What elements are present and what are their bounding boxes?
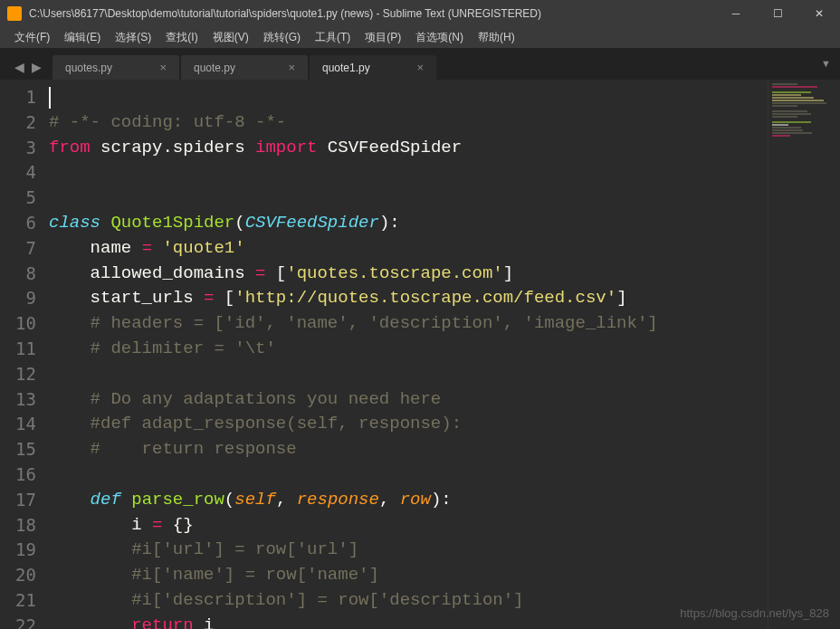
tab-quote1[interactable]: quote1.py × <box>310 55 436 80</box>
line-number[interactable]: 19 <box>0 538 36 563</box>
app-icon <box>7 6 22 21</box>
line-number[interactable]: 8 <box>0 262 36 287</box>
menu-bar: 文件(F) 编辑(E) 选择(S) 查找(I) 视图(V) 跳转(G) 工具(T… <box>0 27 840 49</box>
watermark-text: https://blog.csdn.net/lys_828 <box>680 606 829 620</box>
code-class: Quote1Spider <box>100 213 234 233</box>
line-number[interactable]: 2 <box>0 110 36 136</box>
minimap[interactable] <box>768 80 840 629</box>
minimap-viewport <box>772 83 836 138</box>
line-number[interactable]: 9 <box>0 286 36 311</box>
code-param: row <box>400 490 431 510</box>
close-icon[interactable]: × <box>416 61 424 74</box>
code-function: parse_row <box>121 490 224 510</box>
code-keyword: def <box>91 490 121 510</box>
code-inherit: CSVFeedSpider <box>245 213 379 233</box>
code-param: self <box>234 490 276 510</box>
minimize-button[interactable]: ─ <box>715 0 757 27</box>
line-number[interactable]: 22 <box>0 614 36 629</box>
code-keyword: class <box>49 213 100 233</box>
text-cursor <box>49 87 51 109</box>
menu-file[interactable]: 文件(F) <box>7 30 57 45</box>
code-keyword: import <box>255 138 317 157</box>
tab-quotes[interactable]: quotes.py × <box>52 55 179 80</box>
menu-tools[interactable]: 工具(T) <box>308 30 358 45</box>
close-button[interactable]: ✕ <box>798 0 840 27</box>
tab-menu-icon[interactable]: ▼ <box>821 58 831 69</box>
line-number[interactable]: 6 <box>0 211 36 236</box>
tab-nav-right-icon[interactable]: ▶ <box>28 60 45 74</box>
line-number[interactable]: 3 <box>0 136 36 161</box>
menu-project[interactable]: 项目(P) <box>358 30 408 45</box>
line-gutter: 1 2 3 4 5 6 7 8 9 10 11 12 13 14 15 16 1… <box>0 80 49 629</box>
line-number[interactable]: 20 <box>0 563 36 588</box>
tab-quote[interactable]: quote.py × <box>181 55 308 80</box>
close-icon[interactable]: × <box>288 61 295 74</box>
code-comment: # -*- coding: utf-8 -*- <box>49 112 286 132</box>
code-string: 'quotes.toscrape.com' <box>286 263 502 283</box>
line-number[interactable]: 7 <box>0 236 36 262</box>
line-number[interactable]: 13 <box>0 387 36 413</box>
code-string: 'quote1' <box>152 238 245 258</box>
code-comment: # Do any adaptations you need here <box>49 389 441 409</box>
tab-label: quote1.py <box>322 62 370 74</box>
menu-view[interactable]: 视图(V) <box>205 30 256 45</box>
tab-nav-left-icon[interactable]: ◀ <box>11 60 28 74</box>
tab-bar: ◀ ▶ quotes.py × quote.py × quote1.py × ▼ <box>0 49 840 80</box>
code-comment: #i['description'] = row['description'] <box>49 590 524 610</box>
close-icon[interactable]: × <box>159 61 167 74</box>
tab-label: quotes.py <box>65 62 112 74</box>
line-number[interactable]: 17 <box>0 488 36 513</box>
code-text: scrapy.spiders <box>91 138 255 157</box>
line-number[interactable]: 18 <box>0 513 36 538</box>
code-comment: #def adapt_response(self, response): <box>49 414 462 434</box>
line-number[interactable]: 14 <box>0 412 36 437</box>
code-param: response <box>297 490 379 510</box>
menu-find[interactable]: 查找(I) <box>158 30 205 45</box>
window-controls: ─ ☐ ✕ <box>715 0 840 27</box>
line-number[interactable]: 12 <box>0 362 36 387</box>
menu-prefs[interactable]: 首选项(N) <box>408 30 471 45</box>
editor-area: 1 2 3 4 5 6 7 8 9 10 11 12 13 14 15 16 1… <box>0 80 840 629</box>
line-number[interactable]: 15 <box>0 437 36 462</box>
code-editor[interactable]: # -*- coding: utf-8 -*- from scrapy.spid… <box>49 80 768 629</box>
line-number[interactable]: 16 <box>0 462 36 488</box>
maximize-button[interactable]: ☐ <box>757 0 798 27</box>
code-comment: #i['name'] = row['name'] <box>49 565 379 585</box>
tab-label: quote.py <box>194 62 235 74</box>
menu-help[interactable]: 帮助(H) <box>471 30 522 45</box>
menu-goto[interactable]: 跳转(G) <box>256 30 308 45</box>
line-number[interactable]: 1 <box>0 85 36 110</box>
code-comment: # headers = ['id', 'name', 'description'… <box>49 313 658 333</box>
code-text: CSVFeedSpider <box>317 138 462 157</box>
code-keyword: return <box>131 615 193 629</box>
code-comment: # return response <box>49 439 297 459</box>
code-comment: # delimiter = '\t' <box>49 338 276 358</box>
tab-nav-arrows: ◀ ▶ <box>7 60 52 80</box>
line-number[interactable]: 21 <box>0 588 36 614</box>
code-string: 'http://quotes.toscrape.com/feed.csv' <box>234 288 616 308</box>
menu-select[interactable]: 选择(S) <box>108 30 158 45</box>
menu-edit[interactable]: 编辑(E) <box>57 30 108 45</box>
window-title: C:\Users\86177\Desktop\demo\tutorial\tut… <box>29 7 715 20</box>
line-number[interactable]: 11 <box>0 337 36 362</box>
code-keyword: from <box>49 138 91 157</box>
code-comment: #i['url'] = row['url'] <box>49 539 358 559</box>
window-titlebar: C:\Users\86177\Desktop\demo\tutorial\tut… <box>0 0 840 27</box>
line-number[interactable]: 10 <box>0 311 36 337</box>
line-number[interactable]: 4 <box>0 160 36 186</box>
line-number[interactable]: 5 <box>0 186 36 211</box>
